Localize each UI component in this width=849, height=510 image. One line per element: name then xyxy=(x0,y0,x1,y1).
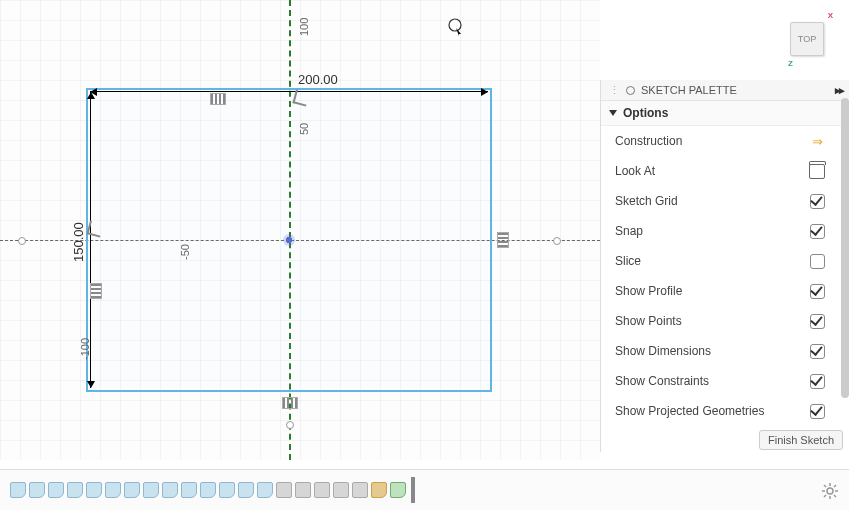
timeline-item[interactable] xyxy=(8,481,26,499)
timeline-item[interactable] xyxy=(141,481,159,499)
tick-label: -100 xyxy=(79,338,91,360)
timeline-item[interactable] xyxy=(236,481,254,499)
palette-bullet-icon xyxy=(626,86,635,95)
timeline-item[interactable] xyxy=(198,481,216,499)
tick-label: 100 xyxy=(298,18,310,36)
sketch-canvas[interactable]: 200.00 150.00 -50 -100 50 100 xyxy=(0,0,600,460)
vertical-constraint-icon[interactable] xyxy=(497,232,509,248)
option-label: Show Constraints xyxy=(615,374,709,388)
option-row[interactable]: Show Points xyxy=(601,306,849,336)
svg-line-6 xyxy=(824,485,826,487)
checkbox[interactable] xyxy=(810,404,825,419)
option-label: Construction xyxy=(615,134,682,148)
option-row[interactable]: Construction⇐ xyxy=(601,126,849,156)
option-label: Sketch Grid xyxy=(615,194,678,208)
options-header[interactable]: Options xyxy=(601,101,849,126)
svg-line-9 xyxy=(834,485,836,487)
timeline-item[interactable] xyxy=(84,481,102,499)
horizontal-constraint-icon[interactable] xyxy=(282,397,298,409)
axis-point[interactable] xyxy=(286,421,294,429)
viewcube-axis-x: X xyxy=(828,11,833,20)
option-label: Show Points xyxy=(615,314,682,328)
finish-sketch-label: Finish Sketch xyxy=(768,434,834,446)
lookat-icon[interactable] xyxy=(809,164,825,179)
option-label: Show Profile xyxy=(615,284,682,298)
timeline-item[interactable] xyxy=(27,481,45,499)
checkbox[interactable] xyxy=(810,254,825,269)
sketch-rectangle[interactable] xyxy=(86,88,492,392)
checkbox[interactable] xyxy=(810,314,825,329)
construction-icon[interactable]: ⇐ xyxy=(812,134,823,149)
viewcube-axis-z: Z xyxy=(788,59,793,68)
chevron-down-icon xyxy=(609,110,617,116)
timeline-item[interactable] xyxy=(312,481,330,499)
option-row[interactable]: Sketch Grid xyxy=(601,186,849,216)
timeline-item[interactable] xyxy=(293,481,311,499)
option-label: Snap xyxy=(615,224,643,238)
dimension-height[interactable]: 150.00 xyxy=(71,222,86,262)
option-label: Look At xyxy=(615,164,655,178)
option-row[interactable]: Show Projected Geometries xyxy=(601,396,849,426)
option-list: Construction⇐Look AtSketch GridSnapSlice… xyxy=(601,126,849,452)
option-row[interactable]: Snap xyxy=(601,216,849,246)
palette-title: SKETCH PALETTE xyxy=(641,84,737,96)
option-label: Slice xyxy=(615,254,641,268)
dimension-width-arrow xyxy=(90,91,488,92)
axis-point[interactable] xyxy=(553,237,561,245)
viewcube[interactable]: TOP X Z xyxy=(790,22,824,56)
timeline-item[interactable] xyxy=(331,481,349,499)
timeline-item[interactable] xyxy=(179,481,197,499)
palette-header[interactable]: ⋮ SKETCH PALETTE ▸▸ xyxy=(601,80,849,101)
option-row[interactable]: Show Dimensions xyxy=(601,336,849,366)
svg-line-7 xyxy=(834,495,836,497)
finish-sketch-button[interactable]: Finish Sketch xyxy=(759,430,843,450)
timeline-item[interactable] xyxy=(350,481,368,499)
timeline-item[interactable] xyxy=(255,481,273,499)
option-row[interactable]: Show Profile xyxy=(601,276,849,306)
tick-label: -50 xyxy=(179,244,191,260)
vertical-constraint-icon[interactable] xyxy=(90,283,102,299)
options-label: Options xyxy=(623,106,668,120)
timeline-item[interactable] xyxy=(46,481,64,499)
timeline-item[interactable] xyxy=(388,481,406,499)
tick-label: 50 xyxy=(298,123,310,135)
option-label: Show Projected Geometries xyxy=(615,404,764,418)
timeline-item[interactable] xyxy=(217,481,235,499)
timeline[interactable] xyxy=(0,469,849,510)
dimension-width[interactable]: 200.00 xyxy=(298,72,338,87)
svg-point-1 xyxy=(827,488,833,494)
gear-icon[interactable] xyxy=(821,482,839,500)
viewcube-label: TOP xyxy=(798,34,816,44)
timeline-item[interactable] xyxy=(274,481,292,499)
timeline-item[interactable] xyxy=(160,481,178,499)
option-row[interactable]: Look At xyxy=(601,156,849,186)
checkbox[interactable] xyxy=(810,194,825,209)
axis-point[interactable] xyxy=(18,237,26,245)
checkbox[interactable] xyxy=(810,284,825,299)
option-row[interactable]: Slice xyxy=(601,246,849,276)
timeline-item[interactable] xyxy=(65,481,83,499)
svg-line-8 xyxy=(824,495,826,497)
checkbox[interactable] xyxy=(810,374,825,389)
pin-icon[interactable]: ▸▸ xyxy=(835,84,843,97)
checkbox[interactable] xyxy=(810,344,825,359)
horizontal-constraint-icon[interactable] xyxy=(210,93,226,105)
option-label: Show Dimensions xyxy=(615,344,711,358)
sketch-palette-panel: ⋮ SKETCH PALETTE ▸▸ Options Construction… xyxy=(600,80,849,452)
scrollbar[interactable] xyxy=(841,98,849,398)
timeline-item[interactable] xyxy=(369,481,387,499)
timeline-item[interactable] xyxy=(122,481,140,499)
timeline-item[interactable] xyxy=(103,481,121,499)
checkbox[interactable] xyxy=(810,224,825,239)
option-row[interactable]: Show Constraints xyxy=(601,366,849,396)
timeline-playhead[interactable] xyxy=(411,477,415,503)
